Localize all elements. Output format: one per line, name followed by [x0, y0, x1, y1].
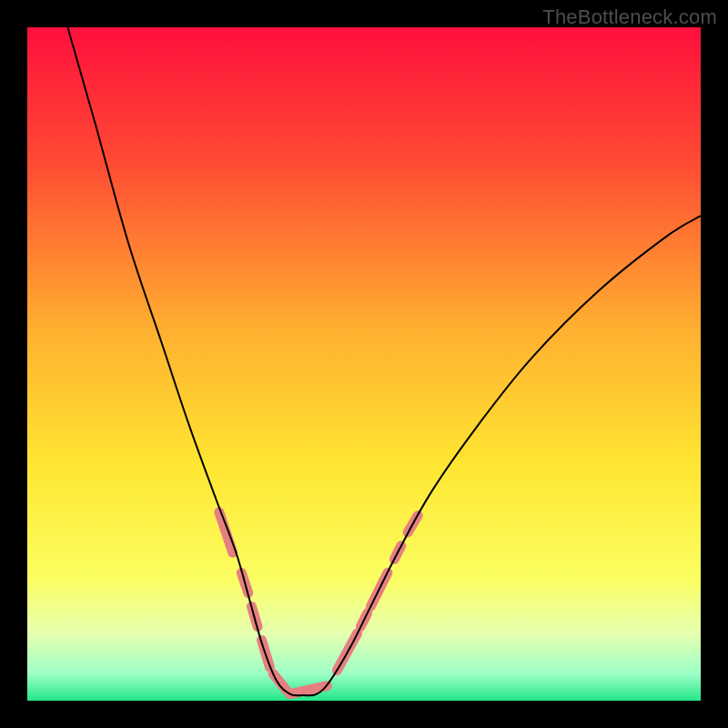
bottleneck-curve	[67, 27, 701, 695]
plot-area	[27, 27, 701, 701]
chart-frame: TheBottleneck.com	[0, 0, 728, 728]
curve-layer	[27, 27, 701, 701]
highlight-segments	[219, 512, 418, 694]
watermark-text: TheBottleneck.com	[542, 5, 717, 29]
highlight-dash	[219, 512, 233, 552]
